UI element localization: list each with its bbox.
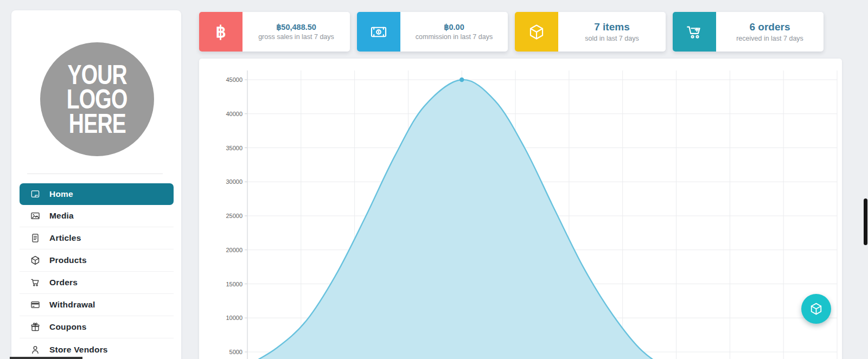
stat-card-items-sold[interactable]: 7 items sold in last 7 days bbox=[515, 12, 666, 52]
sidebar-item-label: Coupons bbox=[49, 322, 87, 332]
gross-sales-value: ฿50,488.50 bbox=[276, 23, 316, 31]
sidebar-item-coupons[interactable]: Coupons bbox=[20, 316, 174, 338]
sidebar-item-products[interactable]: Products bbox=[20, 249, 174, 272]
gross-sales-label: gross sales in last 7 days bbox=[258, 33, 334, 41]
floating-action-button[interactable] bbox=[801, 294, 831, 324]
svg-text:40000: 40000 bbox=[226, 111, 242, 117]
sidebar-item-label: Orders bbox=[49, 278, 78, 287]
logo-text-line: HERE bbox=[68, 112, 125, 136]
stat-card-commission[interactable]: ฿0.00 commission in last 7 days bbox=[357, 12, 508, 52]
vendor-dashboard-page: { "sidebar": { "logo_text": ["YOUR", "LO… bbox=[0, 0, 868, 359]
stat-cards-row: ฿ ฿50,488.50 gross sales in last 7 days … bbox=[199, 12, 824, 52]
store-vendors-icon bbox=[30, 344, 41, 355]
sidebar-item-withdrawal[interactable]: Withdrawal bbox=[20, 294, 174, 316]
sidebar-item-label: Media bbox=[49, 211, 74, 221]
sidebar-item-label: Withdrawal bbox=[49, 300, 95, 310]
svg-text:10000: 10000 bbox=[226, 315, 242, 321]
sales-chart-card: 4500040000350003000025000200001500010000… bbox=[199, 59, 842, 359]
sidebar-item-label: Articles bbox=[49, 233, 81, 243]
logo-divider bbox=[27, 174, 163, 174]
vertical-scrollbar-thumb[interactable] bbox=[864, 198, 867, 245]
svg-text:25000: 25000 bbox=[226, 213, 242, 219]
media-icon bbox=[30, 210, 41, 221]
package-box-icon bbox=[809, 302, 824, 316]
svg-text:20000: 20000 bbox=[226, 247, 242, 253]
sidebar-item-store-vendors[interactable]: Store Vendors bbox=[20, 338, 174, 359]
withdrawal-icon bbox=[30, 299, 41, 310]
store-logo: YOUR LOGO HERE bbox=[40, 42, 154, 156]
sidebar-item-label: Home bbox=[49, 189, 73, 199]
sidebar-menu: Home Media Articles Products Orders bbox=[20, 183, 174, 359]
banknote-icon bbox=[357, 12, 400, 52]
cart-plus-icon bbox=[673, 12, 716, 52]
orders-received-value: 6 orders bbox=[750, 21, 790, 33]
package-box-icon bbox=[515, 12, 558, 52]
commission-label: commission in last 7 days bbox=[416, 33, 493, 41]
items-sold-label: sold in last 7 days bbox=[585, 35, 639, 42]
orders-received-label: received in last 7 days bbox=[736, 35, 803, 42]
svg-text:45000: 45000 bbox=[226, 76, 242, 83]
svg-text:35000: 35000 bbox=[226, 145, 242, 151]
home-dashboard-icon bbox=[30, 189, 41, 200]
commission-value: ฿0.00 bbox=[444, 23, 464, 31]
coupons-icon bbox=[30, 322, 41, 332]
svg-text:15000: 15000 bbox=[226, 281, 242, 287]
below-fold-element-edge bbox=[10, 357, 82, 359]
sidebar-item-media[interactable]: Media bbox=[20, 205, 174, 227]
sidebar-item-home[interactable]: Home bbox=[20, 183, 174, 205]
sidebar-item-label: Products bbox=[49, 255, 87, 265]
svg-text:30000: 30000 bbox=[226, 178, 242, 185]
stat-card-orders-received[interactable]: 6 orders received in last 7 days bbox=[673, 12, 824, 52]
sidebar-item-orders[interactable]: Orders bbox=[20, 272, 174, 294]
articles-icon bbox=[30, 233, 41, 243]
products-icon bbox=[30, 255, 41, 266]
orders-icon bbox=[30, 277, 41, 288]
baht-currency-icon: ฿ bbox=[199, 12, 242, 52]
stat-card-gross-sales[interactable]: ฿ ฿50,488.50 gross sales in last 7 days bbox=[199, 12, 350, 52]
sidebar-item-label: Store Vendors bbox=[49, 345, 108, 355]
sidebar-item-articles[interactable]: Articles bbox=[20, 227, 174, 249]
svg-text:5000: 5000 bbox=[229, 349, 242, 355]
sidebar: YOUR LOGO HERE Home Media Articles bbox=[11, 10, 181, 359]
items-sold-value: 7 items bbox=[594, 21, 629, 33]
sales-area-chart: 4500040000350003000025000200001500010000… bbox=[199, 59, 842, 359]
